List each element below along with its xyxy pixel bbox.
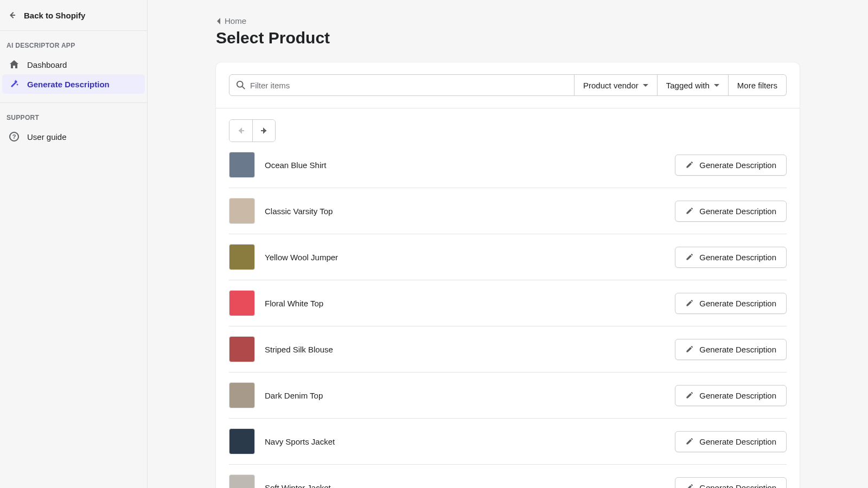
filter-bar: Product vendor Tagged with More filters [216,62,800,108]
product-name: Navy Sports Jacket [265,437,675,446]
nav-section-support: SUPPORT ? User guide [0,102,147,149]
sidebar-item-dashboard[interactable]: Dashboard [2,55,145,74]
generate-button-label: Generate Description [699,299,776,308]
product-name: Ocean Blue Shirt [265,160,675,170]
nav-section-app: AI DESCRIPTOR APP Dashboard Generate Des… [0,31,147,96]
product-thumbnail [229,290,255,316]
nav-heading-app: AI DESCRIPTOR APP [0,40,147,55]
product-name: Dark Denim Top [265,391,675,400]
product-thumbnail [229,152,255,178]
main-content: Home Select Product Product vendor Tagge… [148,0,868,488]
generate-description-button[interactable]: Generate Description [675,339,787,360]
product-thumbnail [229,382,255,408]
product-name: Soft Winter Jacket [265,483,675,489]
sidebar-item-user-guide[interactable]: ? User guide [2,127,145,146]
search-input[interactable] [250,81,567,90]
nav-heading-support: SUPPORT [0,112,147,127]
pencil-icon [685,160,694,169]
product-name: Classic Varsity Top [265,207,675,216]
filter-vendor-button[interactable]: Product vendor [575,74,658,96]
wand-icon [9,79,20,89]
breadcrumb[interactable]: Home [216,16,800,25]
arrow-left-icon [7,10,17,21]
product-row[interactable]: Ocean Blue ShirtGenerate Description [229,142,787,188]
product-thumbnail [229,336,255,362]
svg-text:?: ? [12,133,16,140]
pencil-icon [685,483,694,488]
filter-more-label: More filters [737,81,777,90]
pager-group [229,119,276,142]
product-row[interactable]: Yellow Wool JumperGenerate Description [229,234,787,280]
arrow-right-icon [259,125,270,136]
product-thumbnail [229,244,255,270]
search-icon [236,80,246,90]
generate-description-button[interactable]: Generate Description [675,247,787,268]
filter-tagged-label: Tagged with [666,81,710,90]
chevron-down-icon [714,84,719,87]
product-row[interactable]: Striped Silk BlouseGenerate Description [229,326,787,373]
generate-button-label: Generate Description [699,437,776,446]
home-icon [9,59,20,70]
product-name: Striped Silk Blouse [265,345,675,354]
product-name: Floral White Top [265,299,675,308]
generate-button-label: Generate Description [699,391,776,400]
pencil-icon [685,345,694,354]
page-title: Select Product [216,29,800,47]
pager-prev-button[interactable] [229,120,252,142]
generate-description-button[interactable]: Generate Description [675,385,787,406]
back-label: Back to Shopify [24,11,85,20]
sidebar-item-label: Dashboard [27,60,67,69]
sidebar-item-label: Generate Description [27,80,110,89]
product-row[interactable]: Navy Sports JacketGenerate Description [229,419,787,465]
sidebar: Back to Shopify AI DESCRIPTOR APP Dashbo… [0,0,148,488]
sidebar-item-label: User guide [27,132,67,142]
pencil-icon [685,253,694,261]
generate-button-label: Generate Description [699,345,776,354]
product-name: Yellow Wool Jumper [265,253,675,262]
pencil-icon [685,299,694,307]
sidebar-item-generate[interactable]: Generate Description [2,74,145,94]
svg-line-4 [242,87,245,89]
product-row[interactable]: Soft Winter JacketGenerate Description [229,465,787,488]
help-icon: ? [9,131,20,142]
generate-button-label: Generate Description [699,253,776,262]
svg-point-3 [237,81,243,87]
product-row[interactable]: Floral White TopGenerate Description [229,280,787,326]
generate-button-label: Generate Description [699,160,776,170]
generate-description-button[interactable]: Generate Description [675,431,787,452]
back-to-shopify-link[interactable]: Back to Shopify [0,0,147,31]
product-row[interactable]: Classic Varsity TopGenerate Description [229,188,787,234]
product-list: Ocean Blue ShirtGenerate DescriptionClas… [216,142,800,488]
pager [216,108,800,142]
product-thumbnail [229,198,255,224]
pencil-icon [685,437,694,446]
search-wrap[interactable] [229,74,575,96]
breadcrumb-home: Home [225,16,246,25]
pencil-icon [685,391,694,400]
generate-button-label: Generate Description [699,207,776,216]
product-row[interactable]: Dark Denim TopGenerate Description [229,373,787,419]
arrow-left-icon [235,125,246,136]
generate-description-button[interactable]: Generate Description [675,155,787,176]
chevron-left-icon [216,17,221,25]
product-card: Product vendor Tagged with More filters [216,62,800,488]
generate-button-label: Generate Description [699,483,776,489]
pencil-icon [685,207,694,215]
pager-next-button[interactable] [252,120,275,142]
generate-description-button[interactable]: Generate Description [675,201,787,222]
svg-rect-0 [10,15,15,16]
svg-rect-6 [261,130,266,131]
product-thumbnail [229,428,255,454]
filter-tagged-button[interactable]: Tagged with [658,74,729,96]
svg-rect-5 [239,130,244,131]
filter-more-button[interactable]: More filters [729,74,787,96]
chevron-down-icon [643,84,648,87]
generate-description-button[interactable]: Generate Description [675,477,787,489]
product-thumbnail [229,474,255,488]
generate-description-button[interactable]: Generate Description [675,293,787,314]
filter-vendor-label: Product vendor [583,81,639,90]
